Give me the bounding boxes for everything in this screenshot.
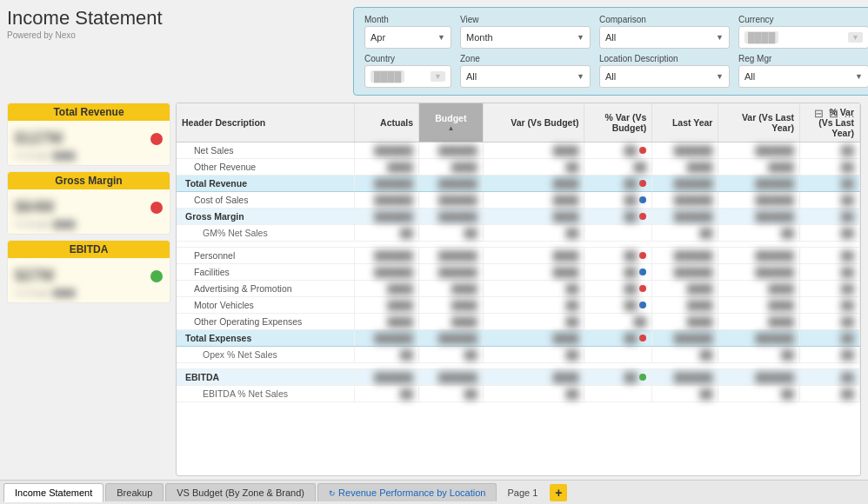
row-gmpct-var: ██ [483, 225, 584, 242]
row-opex-pct-budget: ██ [418, 347, 483, 363]
table-row: Opex % Net Sales ██ ██ ██ ██ ██ ██ [177, 347, 860, 363]
row-facilities-var: ████ [483, 264, 584, 281]
resize-icon[interactable]: ⊡ [829, 107, 838, 120]
row-other-rev-var-ly: ████ [718, 159, 800, 176]
row-cos-var-ly: ██████ [718, 192, 800, 209]
row-gmpct-pct-ly: ██ [800, 225, 860, 242]
row-total-exp-ly: ██████ [652, 330, 718, 347]
row-gmpct-budget: ██ [418, 225, 483, 242]
row-opex-desc: Other Operating Expenses [177, 314, 355, 330]
row-motor-ly: ████ [652, 297, 718, 314]
tab-vs-budget[interactable]: VS Budget (By Zone & Brand) [165, 483, 316, 501]
row-gm-var-ly: ██████ [718, 209, 800, 225]
row-net-sales-budget: ██████ [418, 143, 483, 159]
row-gm-pct-ly: ██ [800, 209, 860, 225]
filter-zone-select[interactable]: All▼ [460, 65, 591, 88]
row-gmpct-desc: GM% Net Sales [177, 225, 355, 242]
row-total-exp-actuals: ██████ [355, 330, 419, 347]
row-other-rev-var: ██ [483, 159, 584, 176]
kpi-total-revenue-value: $127M [15, 129, 145, 148]
filter-regmgr-select[interactable]: All▼ [738, 65, 868, 88]
row-motor-var-ly: ████ [718, 297, 800, 314]
row-total-exp-pct: ██ [584, 330, 652, 347]
row-motor-budget: ████ [418, 297, 483, 314]
filter-comparison-label: Comparison [599, 15, 730, 24]
row-personnel-var-ly: ██████ [718, 248, 800, 264]
filter-zone-label: Zone [460, 54, 591, 63]
row-motor-pct: ██ [584, 297, 652, 314]
row-personnel-pct-ly: ██ [800, 248, 860, 264]
kpi-gross-margin-value: $64M [15, 198, 145, 216]
row-cos-desc: Cost of Sales [177, 192, 355, 209]
filter-icon[interactable]: ⊟ [814, 107, 824, 120]
row-ebitda-pct-pct-ly: ██ [800, 386, 860, 402]
row-facilities-desc: Facilities [177, 264, 355, 281]
table-row: GM% Net Sales ██ ██ ██ ██ ██ ██ [177, 225, 860, 242]
row-facilities-actuals: ██████ [355, 264, 419, 281]
row-facilities-var-ly: ██████ [718, 264, 800, 281]
page-indicator: Page 1 [498, 484, 546, 501]
row-other-rev-desc: Other Revenue [177, 159, 355, 176]
row-personnel-desc: Personnel [177, 248, 355, 264]
col-header-actuals: Actuals [355, 103, 419, 143]
row-opex-pct-ly: ██ [800, 314, 860, 330]
filter-currency-select[interactable]: ████▼ [738, 26, 868, 49]
table-row-total-revenue: Total Revenue ██████ ██████ ████ ██ ████… [177, 176, 860, 192]
add-tab-button[interactable]: + [550, 484, 567, 501]
row-gm-budget: ██████ [418, 209, 483, 225]
row-other-rev-ly: ████ [652, 159, 718, 176]
filter-comparison-select[interactable]: All▼ [599, 26, 730, 49]
app-title: Income Statement [7, 7, 170, 30]
table-row: Motor Vehicles ████ ████ ██ ██ ████ ████… [177, 297, 860, 314]
col-header-budget: Budget▲ [418, 103, 483, 143]
row-ebitda-pct-ly: ██ [652, 386, 718, 402]
table-row: Facilities ██████ ██████ ████ ██ ██████ … [177, 264, 860, 281]
row-total-rev-desc: Total Revenue [177, 176, 355, 192]
row-personnel-ly: ██████ [652, 248, 718, 264]
more-icon[interactable]: … [844, 107, 855, 120]
row-gmpct-ly: ██ [652, 225, 718, 242]
filter-view-select[interactable]: Month▼ [460, 26, 591, 49]
table-row-ebitda: EBITDA ██████ ██████ ████ ██ ██████ ████… [177, 369, 860, 386]
tab-revenue-performance[interactable]: ↻ Revenue Performance by Location [317, 483, 497, 501]
row-total-rev-ly: ██████ [652, 176, 718, 192]
row-net-sales-var-ly: ██████ [718, 143, 800, 159]
filter-view: View Month▼ [460, 15, 591, 49]
col-header-var-budget: Var (Vs Budget) [483, 103, 584, 143]
row-total-exp-var: ████ [483, 330, 584, 347]
row-net-sales-var: ████ [483, 143, 584, 159]
table-row: Cost of Sales ██████ ██████ ████ ██ ████… [177, 192, 860, 209]
row-gm-ly: ██████ [652, 209, 718, 225]
kpi-gross-margin-label: Gross Margin [8, 172, 170, 189]
row-advert-desc: Advertising & Promotion [177, 281, 355, 297]
col-header-last-year: Last Year [652, 103, 718, 143]
row-ebitda-pct-ly: ██ [800, 369, 860, 386]
kpi-card-total-revenue: Total Revenue $127M Vs Budget ████ [7, 103, 170, 166]
row-motor-pct-ly: ██ [800, 297, 860, 314]
row-advert-pct: ██ [584, 281, 652, 297]
row-opex-pct: ██ [584, 314, 652, 330]
row-opex-pct-var-ly: ██ [718, 347, 800, 363]
row-ebitda-pct-pct [584, 386, 652, 402]
tab-income-statement[interactable]: Income Statement [3, 483, 103, 502]
row-advert-budget: ████ [418, 281, 483, 297]
tab-breakup[interactable]: Breakup [105, 483, 164, 501]
row-ebitda-actuals: ██████ [355, 369, 419, 386]
kpi-total-revenue-badge [150, 133, 163, 145]
kpi-ebitda-sub: Vs Budget ████ [15, 288, 163, 297]
filter-month-select[interactable]: Apr▼ [364, 26, 451, 49]
income-table: Header Description Actuals Budget▲ Var (… [177, 103, 860, 402]
row-facilities-pct-ly: ██ [800, 264, 860, 281]
table-icons: ⊟ ⊡ … [814, 107, 855, 120]
row-gm-actuals: ██████ [355, 209, 419, 225]
row-net-sales-pct: ██ [584, 143, 652, 159]
filter-location-select[interactable]: All▼ [599, 65, 730, 88]
row-ebitda-var-ly: ██████ [718, 369, 800, 386]
kpi-ebitda-value: $27M [15, 267, 145, 285]
row-total-rev-var: ████ [483, 176, 584, 192]
table-row: Net Sales ██████ ██████ ████ ██ ██████ █… [177, 143, 860, 159]
kpi-gross-margin-sub: Vs Budget ████ [15, 220, 163, 229]
filter-country-select[interactable]: ████▼ [364, 65, 451, 88]
row-opex-pct-pct [584, 347, 652, 363]
table-row-spacer [177, 242, 860, 248]
